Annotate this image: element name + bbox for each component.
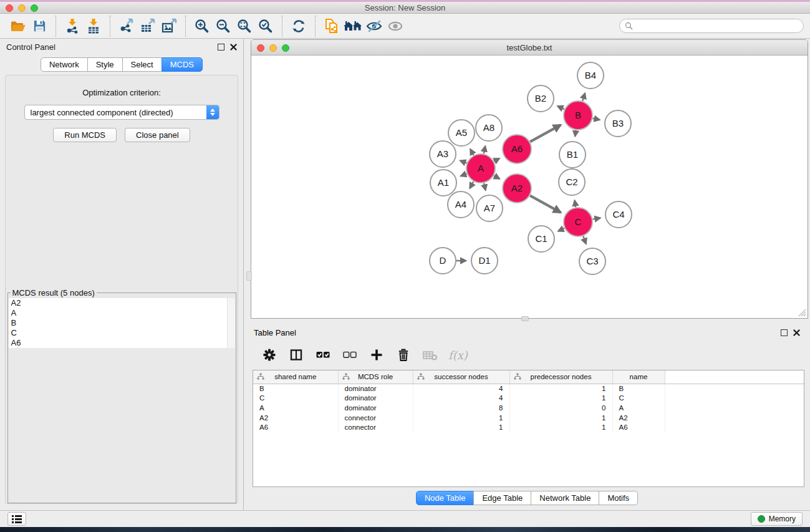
- zoom-in-button[interactable]: [191, 16, 213, 36]
- graph-node-B1[interactable]: B1: [559, 142, 586, 168]
- clone-network-button[interactable]: [321, 16, 342, 36]
- mcds-result-list[interactable]: A2ABCA6: [9, 298, 235, 348]
- minimize-window-button[interactable]: [18, 4, 26, 12]
- graph-node-A1[interactable]: A1: [430, 170, 456, 196]
- column-header-name[interactable]: name: [612, 370, 665, 384]
- tab-network[interactable]: Network: [41, 57, 88, 72]
- mcds-result-item[interactable]: B: [9, 318, 235, 328]
- graph-edge[interactable]: [461, 174, 467, 177]
- float-panel-icon[interactable]: [218, 44, 224, 51]
- column-header-shared-name[interactable]: shared name: [253, 370, 338, 384]
- graph-edge[interactable]: [593, 218, 600, 219]
- export-network-button[interactable]: [116, 16, 137, 36]
- graph-edge[interactable]: [470, 181, 473, 188]
- tab-edge-table[interactable]: Edge Table: [473, 491, 531, 505]
- network-canvas[interactable]: B4B2BB3A8A5A6A3B1AC2A1A2A4A7C4CC1DD1C3: [251, 56, 808, 318]
- graph-node-C[interactable]: C: [564, 208, 592, 236]
- create-column-button[interactable]: [368, 346, 385, 364]
- table-row[interactable]: A2connector11A2: [253, 413, 804, 423]
- graph-node-A4[interactable]: A4: [448, 191, 474, 218]
- graph-edge[interactable]: [558, 228, 564, 231]
- graph-edge[interactable]: [575, 201, 576, 208]
- graph-node-D1[interactable]: D1: [471, 248, 498, 274]
- mcds-result-item[interactable]: A6: [9, 338, 235, 348]
- mcds-result-item[interactable]: A: [9, 308, 235, 318]
- graph-node-B[interactable]: B: [564, 101, 592, 130]
- tab-node-table[interactable]: Node Table: [416, 491, 475, 505]
- tab-mcds[interactable]: MCDS: [162, 57, 203, 72]
- search-input[interactable]: [636, 22, 798, 31]
- graph-edge[interactable]: [575, 130, 576, 137]
- graph-node-B4[interactable]: B4: [577, 62, 604, 89]
- close-window-button[interactable]: [6, 4, 13, 12]
- delete-column-button[interactable]: [395, 346, 412, 364]
- graph-edge[interactable]: [494, 176, 499, 179]
- select-all-button[interactable]: [314, 346, 332, 364]
- graph-node-A3[interactable]: A3: [430, 141, 456, 167]
- graph-edge[interactable]: [557, 106, 564, 109]
- graph-edge[interactable]: [530, 125, 561, 142]
- graph-node-A2[interactable]: A2: [503, 174, 531, 203]
- show-columns-button[interactable]: [287, 346, 305, 364]
- resize-grip[interactable]: [798, 309, 806, 317]
- close-network-window-button[interactable]: [257, 44, 264, 52]
- zoom-window-button[interactable]: [31, 4, 38, 12]
- minimize-network-window-button[interactable]: [269, 44, 277, 52]
- tab-motifs[interactable]: Motifs: [599, 491, 638, 505]
- column-header-successor-nodes[interactable]: successor nodes: [413, 370, 509, 384]
- close-panel-icon[interactable]: [793, 329, 800, 336]
- table-row[interactable]: Adominator80A: [253, 403, 804, 413]
- graph-edge[interactable]: [484, 183, 485, 190]
- graph-edge[interactable]: [484, 146, 485, 153]
- delete-table-button[interactable]: [422, 346, 439, 364]
- graph-edge[interactable]: [593, 118, 600, 120]
- table-row[interactable]: Bdominator41B: [253, 384, 804, 394]
- splitter-handle-horizontal[interactable]: [521, 316, 529, 321]
- deselect-all-button[interactable]: [341, 346, 359, 364]
- tab-network-table[interactable]: Network Table: [531, 491, 599, 505]
- table-settings-button[interactable]: [261, 346, 278, 364]
- graph-edge[interactable]: [583, 236, 586, 244]
- column-header-predecessor-nodes[interactable]: predecessor nodes: [509, 370, 612, 384]
- graph-node-A7[interactable]: A7: [476, 195, 503, 221]
- graph-node-C2[interactable]: C2: [559, 169, 585, 195]
- graph-edge[interactable]: [582, 94, 585, 101]
- toggle-graphics-details-button[interactable]: [364, 16, 385, 36]
- memory-button[interactable]: Memory: [751, 512, 803, 526]
- scrollbar-track[interactable]: [227, 298, 235, 348]
- graph-node-A6[interactable]: A6: [503, 135, 531, 163]
- graph-edge[interactable]: [494, 158, 499, 162]
- float-panel-icon[interactable]: [781, 329, 788, 336]
- mcds-result-item[interactable]: C: [9, 328, 235, 338]
- graph-node-C4[interactable]: C4: [605, 201, 632, 228]
- graph-node-D[interactable]: D: [430, 248, 456, 274]
- graph-node-A8[interactable]: A8: [476, 115, 502, 141]
- close-panel-button[interactable]: Close panel: [125, 128, 190, 142]
- column-header-mcds-role[interactable]: MCDS role: [338, 370, 413, 384]
- graph-node-C1[interactable]: C1: [528, 226, 554, 252]
- show-eye-button[interactable]: [385, 16, 406, 36]
- zoom-fit-button[interactable]: [234, 16, 255, 36]
- graph-node-B3[interactable]: B3: [605, 110, 631, 137]
- export-table-button[interactable]: [137, 16, 158, 36]
- zoom-selected-button[interactable]: [255, 16, 276, 36]
- refresh-view-button[interactable]: [288, 16, 309, 36]
- graph-node-A[interactable]: A: [466, 154, 495, 183]
- save-session-button[interactable]: [29, 16, 50, 36]
- homes-button[interactable]: [342, 16, 364, 36]
- table-row[interactable]: Cdominator41C: [253, 394, 804, 404]
- graph-edge[interactable]: [460, 161, 466, 163]
- search-box[interactable]: [619, 19, 804, 33]
- import-network-button[interactable]: [62, 16, 83, 36]
- close-panel-icon[interactable]: [230, 44, 237, 51]
- tab-select[interactable]: Select: [122, 57, 162, 72]
- table-row[interactable]: A6connector11A6: [253, 422, 804, 432]
- graph-edge[interactable]: [530, 196, 561, 213]
- splitter-handle-vertical[interactable]: [246, 271, 252, 281]
- graph-node-C3[interactable]: C3: [579, 248, 605, 274]
- open-session-button[interactable]: [7, 16, 29, 36]
- graph-node-B2[interactable]: B2: [528, 85, 554, 112]
- mcds-result-item[interactable]: A2: [9, 298, 235, 308]
- graph-edge[interactable]: [470, 149, 473, 155]
- export-image-button[interactable]: [158, 16, 180, 36]
